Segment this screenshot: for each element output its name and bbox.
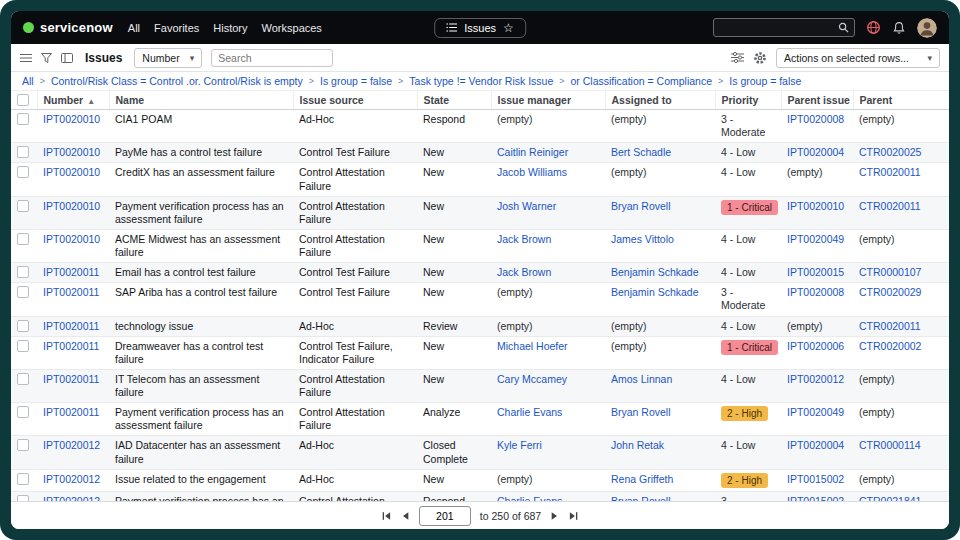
record-link[interactable]: Jack Brown [497, 233, 551, 245]
nav-item-favorites[interactable]: Favorites [154, 22, 199, 34]
column-header-parent-issue[interactable]: Parent issue [781, 91, 853, 110]
pager-current-row-input[interactable] [419, 506, 471, 526]
record-link[interactable]: Bryan Rovell [611, 200, 671, 212]
record-link[interactable]: Charlie Evans [497, 406, 562, 418]
globe-icon[interactable] [866, 20, 881, 35]
list-search-input[interactable] [211, 49, 333, 67]
row-checkbox[interactable] [17, 266, 29, 278]
actions-select[interactable]: Actions on selected rows... ▾ [776, 48, 940, 68]
record-link[interactable]: IPT0020008 [787, 113, 844, 125]
record-link[interactable]: Benjamin Schkade [611, 286, 699, 298]
number-link[interactable]: IPT0020010 [43, 200, 100, 212]
record-link[interactable]: Jacob Williams [497, 166, 567, 178]
record-link[interactable]: John Retak [611, 439, 664, 451]
breadcrumb-item[interactable]: Is group = false [729, 75, 801, 87]
record-link[interactable]: Michael Hoefer [497, 340, 568, 352]
row-checkbox[interactable] [17, 113, 29, 125]
column-header-assigned-to[interactable]: Assigned to [605, 91, 715, 110]
breadcrumb-item[interactable]: Control/Risk Class = Control .or. Contro… [51, 75, 303, 87]
record-link[interactable]: Amos Linnan [611, 373, 672, 385]
number-link[interactable]: IPT0020010 [43, 146, 100, 158]
select-all-checkbox[interactable] [17, 94, 29, 106]
record-link[interactable]: IPT0020010 [787, 200, 844, 212]
filter-icon[interactable] [41, 53, 52, 63]
row-checkbox[interactable] [17, 473, 29, 485]
nav-item-history[interactable]: History [213, 22, 247, 34]
global-search-box[interactable] [713, 18, 855, 37]
record-link[interactable]: IPT0020012 [787, 373, 844, 385]
row-checkbox[interactable] [17, 146, 29, 158]
number-link[interactable]: IPT0020011 [43, 320, 99, 332]
record-link[interactable]: IPT0020008 [787, 286, 844, 298]
record-link[interactable]: CTR0020011 [859, 320, 921, 332]
row-checkbox[interactable] [17, 286, 29, 298]
breadcrumb-item[interactable]: or Classification = Compliance [571, 75, 713, 87]
column-header-issue-manager[interactable]: Issue manager [491, 91, 605, 110]
record-link[interactable]: IPT0020049 [787, 233, 844, 245]
number-link[interactable]: IPT0020011 [43, 266, 99, 278]
breadcrumb-item[interactable]: Task type != Vendor Risk Issue [409, 75, 553, 87]
column-header-issue-source[interactable]: Issue source [293, 91, 417, 110]
breadcrumb-item[interactable]: Is group = false [320, 75, 392, 87]
number-link[interactable]: IPT0020011 [43, 406, 99, 418]
number-link[interactable]: IPT0020010 [43, 113, 100, 125]
servicenow-logo[interactable]: servicenow [23, 20, 113, 35]
record-link[interactable]: Bert Schadle [611, 146, 671, 158]
record-link[interactable]: Caitlin Reiniger [497, 146, 568, 158]
record-link[interactable]: Cary Mccamey [497, 373, 567, 385]
number-link[interactable]: IPT0020012 [43, 439, 100, 451]
record-link[interactable]: IPT0015002 [787, 473, 844, 485]
number-link[interactable]: IPT0020011 [43, 286, 99, 298]
panel-icon[interactable] [61, 53, 73, 63]
nav-item-all[interactable]: All [128, 22, 140, 34]
row-checkbox[interactable] [17, 340, 29, 352]
record-link[interactable]: James Vittolo [611, 233, 674, 245]
column-header-state[interactable]: State [417, 91, 491, 110]
column-header-priority[interactable]: Priority [715, 91, 781, 110]
record-link[interactable]: Bryan Rovell [611, 406, 671, 418]
global-search-input[interactable] [719, 21, 834, 34]
record-link[interactable]: CTR0020011 [859, 166, 921, 178]
column-header-name[interactable]: Name [109, 91, 293, 110]
row-checkbox[interactable] [17, 166, 29, 178]
row-checkbox[interactable] [17, 320, 29, 332]
row-checkbox[interactable] [17, 439, 29, 451]
previous-page-button[interactable] [401, 511, 410, 521]
number-link[interactable]: IPT0020010 [43, 233, 100, 245]
favorite-star-icon[interactable]: ☆ [503, 22, 514, 34]
record-link[interactable]: IPT0020015 [787, 266, 844, 278]
number-link[interactable]: IPT0020010 [43, 166, 100, 178]
number-link[interactable]: IPT0020011 [43, 340, 99, 352]
record-link[interactable]: IPT0020004 [787, 439, 844, 451]
record-link[interactable]: CTR0020025 [859, 146, 921, 158]
row-checkbox[interactable] [17, 233, 29, 245]
sliders-icon[interactable] [731, 52, 744, 63]
next-page-button[interactable] [550, 511, 559, 521]
record-link[interactable]: CTR0020002 [859, 340, 921, 352]
record-link[interactable]: CTR0000114 [859, 439, 921, 451]
current-page-pill[interactable]: Issues ☆ [434, 18, 526, 38]
record-link[interactable]: Rena Griffeth [611, 473, 673, 485]
row-checkbox[interactable] [17, 200, 29, 212]
record-link[interactable]: Kyle Ferri [497, 439, 542, 451]
first-page-button[interactable] [381, 511, 392, 521]
search-field-select[interactable]: Number ▾ [134, 48, 202, 68]
record-link[interactable]: CTR0000107 [859, 266, 921, 278]
gear-icon[interactable] [753, 51, 767, 65]
record-link[interactable]: IPT0020004 [787, 146, 844, 158]
record-link[interactable]: CTR0020029 [859, 286, 921, 298]
user-avatar[interactable] [917, 18, 937, 38]
row-checkbox[interactable] [17, 406, 29, 418]
record-link[interactable]: IPT0020006 [787, 340, 844, 352]
breadcrumb-item[interactable]: All [22, 75, 34, 87]
list-menu-icon[interactable] [20, 53, 32, 63]
number-link[interactable]: IPT0020011 [43, 373, 99, 385]
record-link[interactable]: Jack Brown [497, 266, 551, 278]
column-header-number[interactable]: Number▲ [37, 91, 109, 110]
column-header-parent[interactable]: Parent [853, 91, 949, 110]
record-link[interactable]: Benjamin Schkade [611, 266, 699, 278]
row-checkbox[interactable] [17, 373, 29, 385]
record-link[interactable]: Josh Warner [497, 200, 556, 212]
nav-item-workspaces[interactable]: Workspaces [262, 22, 322, 34]
number-link[interactable]: IPT0020012 [43, 473, 100, 485]
